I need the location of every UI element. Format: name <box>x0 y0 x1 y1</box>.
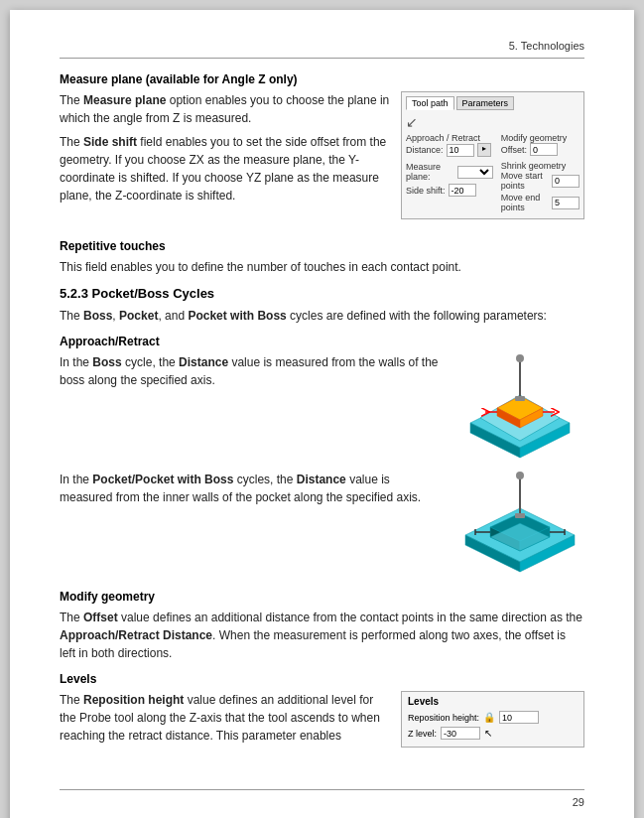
tool-panel: Tool path Parameters ↙ Approach / Retrac… <box>401 91 584 219</box>
panel-right-col: Modify geometry Offset: Shrink geometry … <box>501 133 580 214</box>
modify-geometry-section: Modify geometry The Offset value defines… <box>60 590 584 662</box>
lock-icon: 🔒 <box>483 712 495 723</box>
approach-retract-label: Approach / Retract <box>406 133 493 143</box>
side-shift-label: Side shift: <box>406 186 446 196</box>
approach-retract-title: Approach/Retract <box>60 335 584 348</box>
levels-panel-title: Levels <box>408 696 578 707</box>
boss-para: In the Boss cycle, the Distance value is… <box>60 353 446 389</box>
levels-title: Levels <box>60 672 584 686</box>
pocket-boss-title: 5.2.3 Pocket/Boss Cycles <box>60 286 584 301</box>
levels-text: The Reposition height value defines an a… <box>60 691 391 750</box>
boss-cycle-row: In the Boss cycle, the Distance value is… <box>60 353 584 463</box>
move-end-row: Move end points <box>501 193 580 212</box>
boss-svg <box>455 353 584 463</box>
measure-plane-text: The Measure plane option enables you to … <box>60 91 391 210</box>
distance-icon: ▸ <box>477 143 491 157</box>
boss-diagram <box>455 353 584 463</box>
repetitive-touches-para: This field enables you to define the num… <box>60 258 584 276</box>
pocket-cycle-text: In the Pocket/Pocket with Boss cycles, t… <box>60 471 446 512</box>
page-header: 5. Technologies <box>60 40 584 59</box>
levels-panel: Levels Reposition height: 🔒 Z level: ↖ <box>401 691 584 748</box>
levels-section: Levels The Reposition height value defin… <box>60 672 584 750</box>
pocket-boss-intro: The Boss, Pocket, and Pocket with Boss c… <box>60 307 584 325</box>
pocket-cycle-row: In the Pocket/Pocket with Boss cycles, t… <box>60 471 584 580</box>
panel-left-col: Approach / Retract Distance: ▸ Measure p… <box>406 133 493 214</box>
pocket-para: In the Pocket/Pocket with Boss cycles, t… <box>60 471 446 506</box>
zlevel-label: Z level: <box>408 729 437 739</box>
svg-rect-9 <box>515 396 525 401</box>
svg-point-20 <box>516 472 524 479</box>
tool-path-tab[interactable]: Tool path <box>406 96 454 110</box>
levels-content-row: The Reposition height value defines an a… <box>60 691 584 750</box>
move-start-input[interactable] <box>552 175 580 188</box>
measure-plane-section: Measure plane (available for Angle Z onl… <box>60 72 584 229</box>
repetitive-touches-section: Repetitive touches This field enables yo… <box>60 239 584 276</box>
levels-para: The Reposition height value defines an a… <box>60 691 391 745</box>
parameters-tab[interactable]: Parameters <box>456 96 515 110</box>
modify-geometry-title: Modify geometry <box>60 590 584 604</box>
page: 5. Technologies Measure plane (available… <box>10 10 634 818</box>
move-start-row: Move start points <box>501 171 580 191</box>
move-end-label: Move end points <box>501 193 549 212</box>
distance-row: Distance: ▸ <box>406 143 493 157</box>
shrink-geometry-label: Shrink geometry <box>501 161 580 171</box>
measure-plane-title: Measure plane (available for Angle Z onl… <box>60 72 584 86</box>
reposition-input[interactable] <box>499 711 539 724</box>
measure-plane-row: Measure plane: <box>406 162 493 182</box>
distance-label: Distance: <box>406 145 444 155</box>
measure-plane-para1: The Measure plane option enables you to … <box>60 91 391 127</box>
panel-two-cols: Approach / Retract Distance: ▸ Measure p… <box>406 133 580 214</box>
measure-plane-select[interactable] <box>457 166 493 179</box>
pocket-boss-section: 5.2.3 Pocket/Boss Cycles The Boss, Pocke… <box>60 286 584 325</box>
offset-input[interactable] <box>530 143 558 156</box>
tool-panel-tabs: Tool path Parameters <box>406 96 580 110</box>
offset-row: Offset: <box>501 143 580 156</box>
offset-label: Offset: <box>501 145 527 155</box>
tool-panel-image: Tool path Parameters ↙ Approach / Retrac… <box>401 91 584 229</box>
move-end-input[interactable] <box>552 197 580 209</box>
boss-cycle-text: In the Boss cycle, the Distance value is… <box>60 353 446 395</box>
side-shift-input[interactable] <box>449 184 476 197</box>
distance-input[interactable] <box>447 144 474 157</box>
measure-plane-para2: The Side shift field enables you to set … <box>60 133 391 204</box>
modify-geometry-label: Modify geometry <box>501 133 580 143</box>
measure-plane-content: The Measure plane option enables you to … <box>60 91 584 229</box>
side-shift-row: Side shift: <box>406 184 493 197</box>
reposition-row: Reposition height: 🔒 <box>408 711 578 724</box>
reposition-label: Reposition height: <box>408 713 479 723</box>
page-number: 29 <box>573 796 584 808</box>
approach-retract-section: Approach/Retract In the Boss cycle, the … <box>60 335 584 580</box>
header-text: 5. Technologies <box>509 40 584 52</box>
move-start-label: Move start points <box>501 171 549 191</box>
svg-rect-21 <box>515 513 525 518</box>
zlevel-row: Z level: ↖ <box>408 727 578 740</box>
pocket-diagram <box>455 471 584 580</box>
cursor-icon: ↖ <box>484 728 492 739</box>
measure-plane-field-label: Measure plane: <box>406 162 454 182</box>
panel-arrow-row: ↙ <box>406 114 580 130</box>
repetitive-touches-title: Repetitive touches <box>60 239 584 253</box>
modify-geometry-para: The Offset value defines an additional d… <box>60 609 584 662</box>
pocket-svg <box>455 471 584 580</box>
zlevel-input[interactable] <box>441 727 480 740</box>
svg-point-8 <box>516 354 524 362</box>
levels-panel-image: Levels Reposition height: 🔒 Z level: ↖ <box>401 691 584 748</box>
page-footer: 29 <box>60 789 584 808</box>
